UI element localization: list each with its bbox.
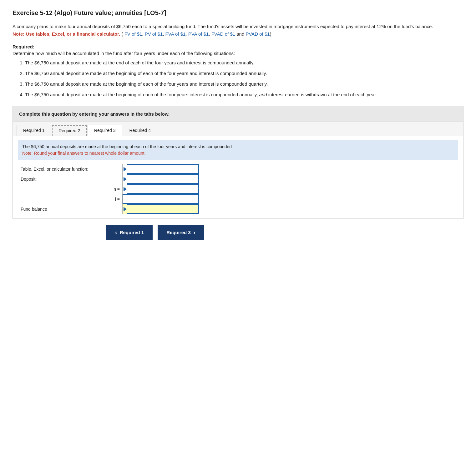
n-label: n = [18, 184, 123, 194]
tab-required-3[interactable]: Required 3 [88, 125, 122, 136]
next-button[interactable]: Required 3 [158, 225, 204, 240]
function-label: Table, Excel, or calculator function: [18, 164, 123, 174]
fv-of-1-link[interactable]: FV of $1 [124, 31, 142, 37]
table-row-deposit: Deposit: [18, 174, 199, 184]
page-title: Exercise 5-12 (Algo) Future value; annui… [13, 9, 463, 17]
required-label: Required: [13, 44, 34, 49]
function-triangle-icon [124, 167, 127, 171]
tabs-row: Required 1 Required 2 Required 3 Require… [13, 122, 463, 136]
chevron-right-icon [193, 229, 195, 236]
n-input-cell [123, 184, 199, 194]
n-input[interactable] [127, 184, 199, 194]
tabs-container: Required 1 Required 2 Required 3 Require… [13, 122, 463, 219]
pv-of-1-link[interactable]: PV of $1 [145, 31, 163, 37]
pvad-of-1-link[interactable]: PVAD of $1 [246, 31, 270, 37]
tab-description: The $6,750 annual deposits are made at t… [18, 140, 458, 160]
fvad-of-1-link[interactable]: FVAD of $1 [211, 31, 235, 37]
deposit-triangle-icon [124, 177, 127, 181]
function-input-wrapper [123, 164, 199, 174]
situation-4: The $6,750 annual deposit are made at th… [25, 91, 463, 98]
n-input-wrapper [123, 184, 199, 194]
pva-of-1-link[interactable]: PVA of $1 [188, 31, 209, 37]
prev-button[interactable]: Required 1 [106, 225, 153, 240]
situation-1: The $6,750 annual deposit are made at th… [25, 59, 463, 67]
tab-note: Note: Round your final answers to neares… [22, 150, 454, 157]
deposit-label: Deposit: [18, 174, 123, 184]
tab-required-2[interactable]: Required 2 [52, 125, 87, 136]
situation-3: The $6,750 annual deposit are made at th… [25, 80, 463, 88]
tab-content-area: The $6,750 annual deposits are made at t… [13, 136, 463, 218]
tab-required-4[interactable]: Required 4 [123, 125, 158, 136]
table-row-n: n = [18, 184, 199, 194]
chevron-left-icon [115, 229, 117, 236]
n-triangle-icon [124, 187, 127, 191]
fund-balance-triangle-icon [124, 207, 127, 211]
i-input[interactable] [123, 194, 199, 204]
nav-buttons-area: Required 1 Required 3 [13, 225, 463, 240]
deposit-input[interactable] [127, 174, 199, 184]
i-label: i = [18, 194, 123, 204]
fund-balance-input-cell [123, 204, 199, 214]
fund-balance-input-wrapper [123, 204, 199, 214]
complete-instruction: Complete this question by entering your … [13, 106, 463, 122]
fund-balance-input[interactable] [127, 204, 199, 214]
function-input-cell [123, 164, 199, 174]
note-bold: Note: Use tables, Excel, or a financial … [13, 31, 120, 37]
situation-2: The $6,750 annual deposit are made at th… [25, 70, 463, 77]
function-input[interactable] [127, 164, 199, 174]
answer-table: Table, Excel, or calculator function: De… [18, 164, 199, 214]
situations-list: The $6,750 annual deposit are made at th… [25, 59, 463, 98]
deposit-input-cell [123, 174, 199, 184]
tab-required-1[interactable]: Required 1 [17, 125, 51, 136]
deposit-input-wrapper [123, 174, 199, 184]
table-row-i: i = [18, 194, 199, 204]
fund-balance-label: Fund balance [18, 204, 123, 214]
table-row-fund-balance: Fund balance [18, 204, 199, 214]
required-description: Determine how much will be accumulated i… [13, 51, 463, 56]
i-input-cell [123, 194, 199, 204]
table-row-function: Table, Excel, or calculator function: [18, 164, 199, 174]
fva-of-1-link[interactable]: FVA of $1 [165, 31, 186, 37]
tab-desc-text: The $6,750 annual deposits are made at t… [22, 143, 454, 150]
intro-paragraph: A company plans to make four annual depo… [13, 23, 463, 38]
required-section: Required: Determine how much will be acc… [13, 44, 463, 98]
